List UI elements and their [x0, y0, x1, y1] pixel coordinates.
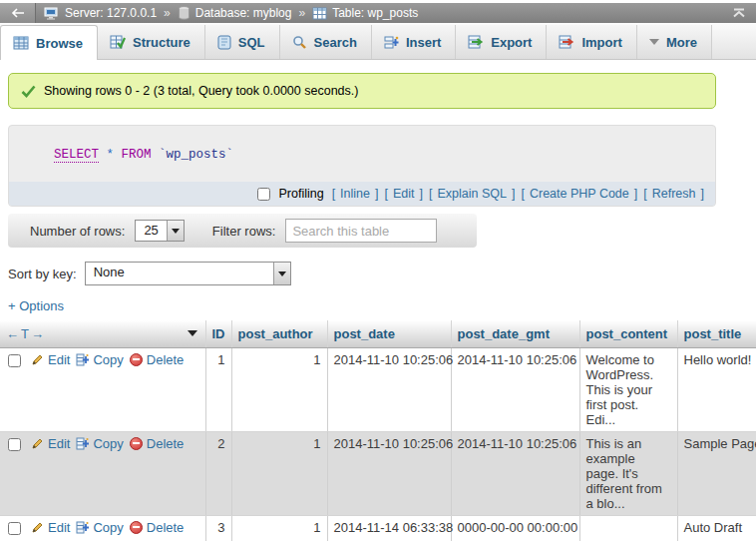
query-toolbar: Profiling [ Inline ] [ Edit ] [ Explain …	[9, 182, 715, 206]
tab-search[interactable]: Search	[280, 25, 372, 59]
breadcrumb-bar: Server: 127.0.0.1 » Database: myblog » T…	[0, 3, 756, 23]
collapse-top-icon	[732, 8, 746, 18]
cell-id: 1	[205, 347, 231, 431]
inline-link[interactable]: Inline	[340, 187, 370, 201]
tab-bar: Browse Structure SQL Search Insert Expor…	[0, 23, 756, 60]
cell-post-author: 1	[231, 515, 327, 541]
cell-post-date-gmt: 2014-11-10 10:25:06	[451, 431, 579, 515]
edit-row-link[interactable]: Edit	[31, 520, 70, 535]
edit-row-link[interactable]: Edit	[31, 436, 70, 451]
copy-row-link[interactable]: Copy	[76, 520, 123, 535]
column-actions-caret-icon[interactable]	[188, 330, 197, 336]
options-toggle-link[interactable]: + Options	[8, 298, 64, 313]
structure-icon	[110, 35, 126, 49]
delete-row-link[interactable]: Delete	[130, 352, 185, 367]
tab-more-label: More	[666, 35, 697, 50]
refresh-link[interactable]: Refresh	[652, 187, 696, 201]
edit-row-link[interactable]: Edit	[31, 352, 70, 367]
insert-icon	[384, 35, 399, 50]
copy-row-link[interactable]: Copy	[76, 436, 123, 451]
cell-post-author: 1	[231, 347, 327, 431]
header-row: ←T→ ID post_author post_date post_date_g…	[0, 320, 756, 347]
tab-insert[interactable]: Insert	[372, 25, 456, 59]
column-actions-header: ←T→	[0, 320, 205, 347]
cell-post-date-gmt: 0000-00-00 00:00:00	[451, 515, 579, 541]
search-icon	[292, 35, 307, 50]
column-header-post-content[interactable]: post_content	[579, 320, 677, 347]
row-select-checkbox[interactable]	[8, 438, 21, 451]
cell-post-date: 2014-11-10 10:25:06	[327, 431, 451, 515]
tab-export[interactable]: Export	[456, 25, 547, 59]
bracket: [	[383, 187, 388, 201]
breadcrumb: Server: 127.0.0.1 » Database: myblog » T…	[36, 6, 722, 20]
delete-icon	[130, 437, 143, 450]
table-row: Edit Copy Delete 3 1 2014-11-14 06:33:38…	[0, 515, 756, 541]
filter-rows-label: Filter rows:	[212, 224, 276, 239]
cell-post-content	[579, 515, 677, 541]
cell-post-title: Auto Draft	[677, 515, 756, 541]
sql-keyword-select[interactable]: SELECT	[54, 148, 99, 163]
collapse-top-button[interactable]	[722, 8, 756, 18]
column-header-post-date-gmt[interactable]: post_date_gmt	[451, 320, 579, 347]
num-rows-select[interactable]: 25	[135, 220, 184, 242]
tab-import-label: Import	[581, 35, 621, 50]
column-nav-controls[interactable]: ←T→	[6, 326, 46, 341]
tab-sql-label: SQL	[238, 35, 265, 50]
cell-post-author: 1	[231, 431, 327, 515]
tab-search-label: Search	[314, 35, 357, 50]
cell-post-date: 2014-11-10 10:25:06	[327, 347, 451, 431]
cell-id: 3	[205, 515, 231, 541]
filter-rows-input[interactable]	[285, 219, 437, 243]
num-rows-value: 25	[136, 221, 166, 241]
breadcrumb-server[interactable]: Server: 127.0.0.1	[65, 6, 157, 20]
bracket: [	[331, 187, 336, 201]
bracket: [	[520, 187, 525, 201]
tab-browse-label: Browse	[36, 36, 83, 51]
tab-browse[interactable]: Browse	[0, 25, 98, 60]
table-row: Edit Copy Delete 2 1 2014-11-10 10:25:06…	[0, 431, 756, 515]
row-select-checkbox[interactable]	[8, 354, 21, 367]
tab-sql[interactable]: SQL	[205, 25, 280, 59]
column-header-post-title[interactable]: post_title	[677, 320, 756, 347]
cell-id: 2	[205, 431, 231, 515]
sort-by-key-select[interactable]: None	[85, 262, 291, 285]
edit-query-link[interactable]: Edit	[393, 187, 415, 201]
results-table: ←T→ ID post_author post_date post_date_g…	[0, 320, 756, 541]
column-header-id[interactable]: ID	[205, 320, 231, 347]
import-icon	[559, 35, 574, 49]
sql-query: SELECT * FROM `wp_posts`	[9, 126, 715, 182]
chevron-down-icon	[649, 39, 659, 45]
left-arrow-icon	[11, 8, 25, 18]
cell-post-date-gmt: 2014-11-10 10:25:06	[451, 347, 579, 431]
row-select-checkbox[interactable]	[8, 522, 21, 535]
column-header-post-date[interactable]: post_date	[327, 320, 451, 347]
tab-structure-label: Structure	[133, 35, 190, 50]
bracket: ]	[419, 187, 424, 201]
bracket: ]	[374, 187, 379, 201]
dropdown-arrow-icon	[167, 221, 184, 241]
nav-panel-toggle[interactable]	[0, 3, 36, 23]
copy-row-link[interactable]: Copy	[76, 352, 123, 367]
tab-structure[interactable]: Structure	[98, 25, 205, 59]
delete-row-link[interactable]: Delete	[130, 436, 185, 451]
sql-keyword-from: FROM	[122, 148, 152, 162]
breadcrumb-table[interactable]: Table: wp_posts	[332, 6, 418, 20]
breadcrumb-database[interactable]: Database: myblog	[195, 6, 292, 20]
tab-more[interactable]: More	[637, 25, 712, 59]
browse-icon	[13, 36, 29, 50]
cell-post-content: Welcome to WordPress. This is your first…	[579, 347, 677, 431]
server-icon	[44, 7, 60, 20]
bracket: [	[428, 187, 433, 201]
status-message-text: Showing rows 0 - 2 (3 total, Query took …	[44, 84, 358, 98]
column-header-post-author[interactable]: post_author	[231, 320, 327, 347]
pencil-icon	[31, 353, 44, 366]
profiling-checkbox[interactable]	[257, 188, 270, 201]
database-icon	[178, 6, 190, 20]
delete-row-link[interactable]: Delete	[130, 520, 185, 535]
delete-icon	[130, 353, 143, 366]
explain-sql-link[interactable]: Explain SQL	[437, 187, 506, 201]
dropdown-arrow-icon	[273, 263, 290, 284]
tab-import[interactable]: Import	[547, 25, 636, 59]
tab-insert-label: Insert	[406, 35, 441, 50]
create-php-code-link[interactable]: Create PHP Code	[530, 187, 629, 201]
